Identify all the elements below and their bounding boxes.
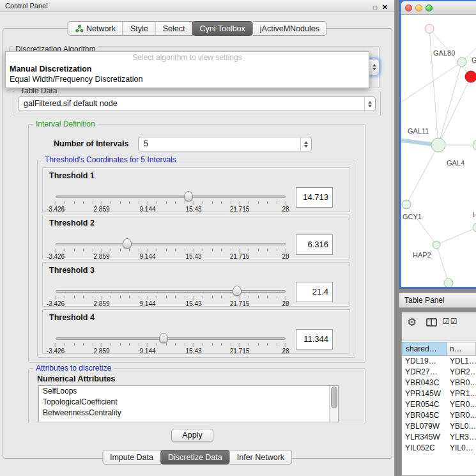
tab-discretize-data[interactable]: Discretize Data: [160, 450, 230, 464]
table-row[interactable]: YBR043CYBR0…: [402, 378, 476, 388]
zoom-traffic-light-icon[interactable]: [426, 4, 433, 12]
threshold-value-field[interactable]: 21.4: [296, 282, 333, 302]
combobox-stepper-icon: [372, 64, 376, 70]
slider-scale: -3.4262.8599.14415.4321.71528: [52, 253, 289, 260]
network-node[interactable]: [431, 138, 445, 152]
tab-cyni-toolbox[interactable]: Cyni Toolbox: [192, 21, 252, 36]
thresholds-group-label: Threshold's Coordinates for 5 Intervals: [42, 155, 179, 164]
threshold-slider[interactable]: -3.4262.8599.14415.4321.71528: [52, 238, 289, 260]
threshold-slider[interactable]: -3.4262.8599.14415.4321.71528: [52, 333, 289, 355]
slider-scale-label: 28: [282, 300, 289, 307]
threshold-label: Threshold 1: [49, 171, 95, 180]
table-row[interactable]: YIL052CYIL0…: [402, 443, 476, 454]
tab-jactivemnodules[interactable]: jActiveMNodules: [253, 21, 327, 36]
attribute-list-item[interactable]: TopologicalCoefficient: [39, 397, 338, 408]
network-edge[interactable]: [436, 227, 476, 245]
table-row[interactable]: YDL19…YDL1…: [402, 356, 476, 367]
combobox-stepper-icon: [300, 137, 311, 151]
network-window-titlebar[interactable]: [401, 1, 476, 15]
table-row[interactable]: YER054CYER0…: [402, 399, 476, 410]
network-edge[interactable]: [429, 29, 438, 145]
table-row[interactable]: YBR045CYBR0…: [402, 410, 476, 421]
tab-network[interactable]: Network: [67, 21, 123, 36]
slider-track[interactable]: [56, 337, 286, 340]
slider-thumb[interactable]: [123, 238, 132, 249]
threshold-value-field[interactable]: 6.316: [296, 234, 333, 255]
scrollbar-thumb[interactable]: [331, 387, 337, 408]
table-cell: YIL052C: [402, 443, 447, 454]
close-traffic-light-icon[interactable]: [405, 4, 412, 12]
network-node[interactable]: [473, 223, 476, 232]
tab-select[interactable]: Select: [156, 21, 193, 36]
table-row[interactable]: YDR27…YDR2…: [402, 367, 476, 378]
slider-scale-label: 28: [282, 348, 289, 355]
table-cell: YDL19…: [402, 356, 447, 367]
slider-thumb[interactable]: [184, 191, 193, 201]
screen: Control Panel □ ✕ NetworkStyleSelectCyni…: [0, 0, 476, 476]
slider-thumb[interactable]: [159, 333, 168, 343]
dropdown-option-equal-width-frequency[interactable]: Equal Width/Frequency Discretization: [6, 74, 369, 84]
numerical-attributes-list[interactable]: SelfLoopsTopologicalCoefficientBetweenne…: [38, 385, 339, 422]
network-edge[interactable]: [406, 145, 438, 204]
attribute-list-items: SelfLoopsTopologicalCoefficientBetweenne…: [39, 386, 338, 418]
tab-style[interactable]: Style: [123, 21, 156, 36]
attribute-list-item[interactable]: BetweennessCentrality: [39, 408, 338, 418]
table-data-combobox[interactable]: galFiltered.sif default node: [18, 96, 376, 111]
slider-thumb[interactable]: [233, 286, 242, 296]
tab-impute-data[interactable]: Impute Data: [102, 450, 161, 464]
table-cell: YLR345W: [402, 432, 447, 443]
network-node[interactable]: [473, 139, 476, 151]
interval-definition-group-label: Interval Definition: [33, 119, 98, 128]
network-edge[interactable]: [406, 204, 436, 245]
float-icon[interactable]: □: [373, 2, 377, 13]
table-row[interactable]: YPR145WYPR1…: [402, 388, 476, 399]
table-cell: YER0…: [447, 399, 476, 410]
network-edge[interactable]: [436, 245, 449, 283]
table-cell: YBL0…: [447, 421, 476, 432]
slider-ticks: [52, 343, 289, 348]
network-canvas[interactable]: GAL80GAGAL11GAL4GCY1HHAP2: [401, 15, 476, 287]
slider-scale-label: -3.426: [47, 206, 65, 213]
slider-scale-label: 15.43: [185, 253, 201, 260]
threshold-value-field[interactable]: 14.713: [296, 187, 333, 208]
network-node[interactable]: [425, 24, 434, 33]
table-row[interactable]: YLR345WYLR3…: [402, 432, 476, 443]
network-node[interactable]: [457, 58, 466, 66]
table-row[interactable]: YBL079WYBL0…: [402, 421, 476, 432]
table-cell: YPR145W: [402, 388, 447, 399]
network-node[interactable]: [465, 71, 476, 82]
table-body: YDL19…YDL1…YDR27…YDR2…YBR043CYBR0…YPR145…: [402, 356, 476, 454]
network-node[interactable]: [402, 200, 411, 209]
network-edge[interactable]: [401, 62, 462, 104]
threshold-slider[interactable]: -3.4262.8599.14415.4321.71528: [52, 191, 289, 213]
close-icon[interactable]: ✕: [382, 1, 388, 13]
combobox-stepper-icon: [364, 97, 375, 111]
table-column-header[interactable]: n…: [447, 342, 476, 356]
tab-infer-network[interactable]: Infer Network: [230, 450, 292, 464]
slider-track[interactable]: [56, 243, 286, 245]
network-node[interactable]: [444, 279, 453, 287]
slider-track[interactable]: [56, 290, 286, 293]
table-toolbar: ⚙ ☑☑: [402, 312, 476, 341]
slider-scale-label: 28: [282, 206, 289, 213]
attribute-list-item[interactable]: SelfLoops: [39, 386, 338, 397]
list-scrollbar[interactable]: [329, 386, 338, 422]
dropdown-option-manual-discretization[interactable]: Manual Discretization: [6, 64, 369, 74]
slider-scale-label: 2.859: [93, 348, 109, 355]
slider-scale-label: 21.715: [230, 348, 250, 355]
column-selector-icon[interactable]: [426, 318, 437, 326]
slider-scale-label: 2.859: [93, 206, 109, 213]
tab-label: Infer Network: [237, 453, 284, 462]
network-node[interactable]: [433, 241, 440, 249]
apply-button[interactable]: Apply: [171, 429, 213, 442]
minimize-traffic-light-icon[interactable]: [415, 4, 422, 12]
threshold-value-field[interactable]: 11.344: [296, 329, 333, 349]
threshold-slider[interactable]: -3.4262.8599.14415.4321.71528: [52, 286, 289, 307]
checkbox-icons[interactable]: ☑☑: [443, 317, 458, 326]
gear-icon[interactable]: ⚙: [407, 316, 417, 329]
slider-track[interactable]: [56, 196, 286, 198]
table-column-header[interactable]: shared…: [402, 342, 447, 356]
number-of-intervals-combobox[interactable]: 5: [138, 137, 312, 151]
slider-scale-label: 21.715: [230, 300, 250, 307]
table-cell: YBR043C: [402, 378, 447, 388]
